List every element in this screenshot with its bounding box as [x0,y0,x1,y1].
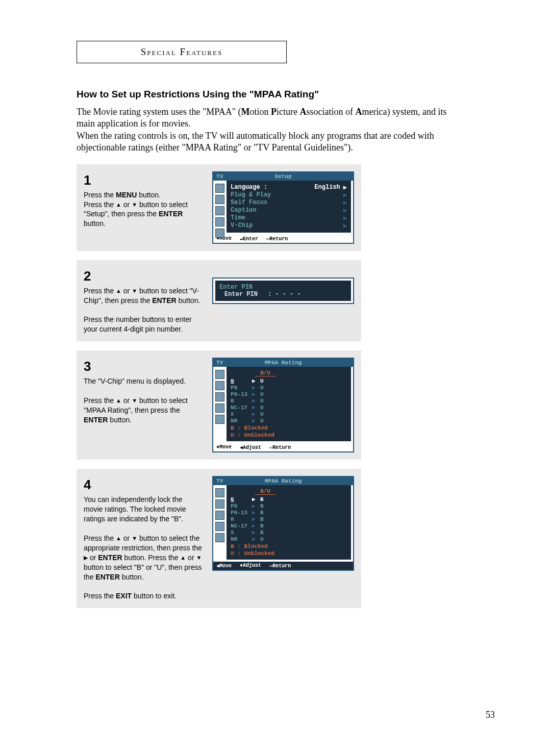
intro-paragraph: The Movie rating system uses the "MPAA" … [77,106,464,154]
section-title: How to Set up Restrictions Using the "MP… [77,89,495,100]
rating-row: PG▶B [231,502,347,509]
osd2-line: Enter PIN [224,291,258,298]
rating-row: PG▶U [231,384,347,391]
step-4-text: 4 You can independently lock the movie r… [84,476,203,601]
rating-row: PG-13▶U [231,391,347,397]
sidebar-icon [215,499,224,509]
help-return: ▭Return [266,236,288,242]
osd-screen-1: TV Setup Language :English▶Plug & Play▶S… [212,171,354,244]
sidebar-icon [215,533,224,542]
menu-item: Self Focus▶ [231,199,347,207]
step-4-row: 4 You can independently lock the movie r… [77,469,361,608]
step-3-row: 3 The "V-Chip" menu is displayed.Press t… [77,350,361,460]
sidebar-icon [215,511,224,520]
osd3-bu-header: B/U [255,370,276,376]
step-3-text: 3 The "V-Chip" menu is displayed.Press t… [84,358,203,452]
step-2-number: 2 [84,267,203,285]
step-1-row: 1 Press the MENU button.Press the ▲ or ▼… [77,164,361,251]
osd2-body: Enter PIN Enter PIN : - - - - [215,281,351,301]
osd-screen-2: Enter PIN Enter PIN : - - - - [212,278,354,304]
sidebar-icon [215,229,224,238]
sidebar-icon [215,392,224,401]
osd3-sidebar-icons [215,368,226,426]
help-return: ▭Return [269,444,291,450]
osd2-value: : - - - - [268,291,301,298]
sidebar-icon [215,404,224,413]
menu-item: Caption▶ [231,207,347,214]
rating-row: X▶B [231,529,347,536]
rating-row: NR▶U [231,417,347,424]
help-adjust: ◀Adjust [240,444,261,450]
osd-screen-4: TV MPAA Rating B/U G▶BPG▶BPG-13▶BR▶BNC-1… [212,476,354,571]
page-number: 53 [486,710,495,720]
rating-row: NC-17▶U [231,404,347,411]
osd3-helpbar: ♦Move ◀Adjust ▭Return [213,443,353,451]
sidebar-icon [215,206,224,215]
rating-row: G▶B [231,496,347,502]
osd1-tv-label: TV [216,173,223,180]
osd4-menu-body: B/U G▶BPG▶BPG-13▶BR▶BNC-17▶BX▶BNR▶U B : … [227,485,351,560]
sidebar-icon [215,370,224,379]
osd1-helpbar: ♦Move ↵Enter ▭Return [213,235,353,243]
menu-item: Time▶ [231,214,347,222]
osd3-title: MPAA Rating [265,360,302,366]
sidebar-icon [215,522,224,531]
chapter-header-box: Special Features [77,41,287,63]
step-1-body: Press the MENU button.Press the ▲ or ▼ b… [84,190,203,229]
step-2-row: 2 Press the ▲ or ▼ button to select "V-C… [77,260,361,342]
sidebar-icon [215,195,224,204]
step-4-number: 4 [84,476,203,494]
osd4-bu-header: B/U [255,488,276,495]
osd1-sidebar-icons [215,182,226,240]
rating-row: PG-13▶B [231,509,347,516]
sidebar-icon [215,217,224,226]
osd2-title: Enter PIN [219,284,347,291]
step-3-number: 3 [84,358,203,375]
osd3-menu-body: B/U G▶UPG▶UPG-13▶UR▶UNC-17▶UX▶UNR▶U B : … [227,367,351,441]
help-move: ◀Move [216,563,232,569]
osd-screen-3: TV MPAA Rating B/U G▶UPG▶UPG-13▶UR▶UNC-1… [212,358,354,452]
step-4-body: You can independently lock the movie rat… [84,495,203,601]
help-return: ▭Return [269,563,291,569]
rating-row: R▶U [231,397,347,404]
sidebar-icon [215,415,224,424]
help-enter: ↵Enter [240,236,258,242]
osd4-helpbar: ◀Move ♦Adjust ▭Return [213,562,353,570]
sidebar-icon [215,488,224,497]
menu-item: Language :English▶ [231,184,347,191]
sidebar-icon [215,381,224,390]
step-3-body: The "V-Chip" menu is displayed.Press the… [84,376,203,424]
chapter-header-text: Special Features [92,46,271,58]
osd4-tv-label: TV [216,478,223,484]
sidebar-icon [215,184,224,193]
rating-row: R▶B [231,516,347,522]
osd3-legend-blocked: B : Blocked [231,425,347,431]
rating-row: G▶U [231,377,347,384]
step-2-body: Press the ▲ or ▼ button to select "V-Chi… [84,286,203,334]
help-adjust: ♦Adjust [240,563,261,569]
help-move: ♦Move [216,444,232,450]
osd1-title: Setup [275,173,292,180]
rating-row: NC-17▶B [231,522,347,529]
osd1-menu-body: Language :English▶Plug & Play▶Self Focus… [227,181,351,233]
osd4-title: MPAA Rating [265,478,302,484]
step-1-text: 1 Press the MENU button.Press the ▲ or ▼… [84,171,203,244]
step-1-number: 1 [84,171,203,189]
rating-row: NR▶U [231,536,347,542]
menu-item: V-Chip▶ [231,222,347,230]
osd4-legend-blocked: B : Blocked [231,543,347,549]
menu-item: Plug & Play▶ [231,191,347,199]
osd3-tv-label: TV [216,360,223,366]
osd4-sidebar-icons [215,486,226,544]
step-2-text: 2 Press the ▲ or ▼ button to select "V-C… [84,267,203,335]
rating-row: X▶U [231,411,347,417]
osd4-legend-unblocked: U : Unblocked [231,550,347,557]
osd3-legend-unblocked: U : Unblocked [231,432,347,438]
